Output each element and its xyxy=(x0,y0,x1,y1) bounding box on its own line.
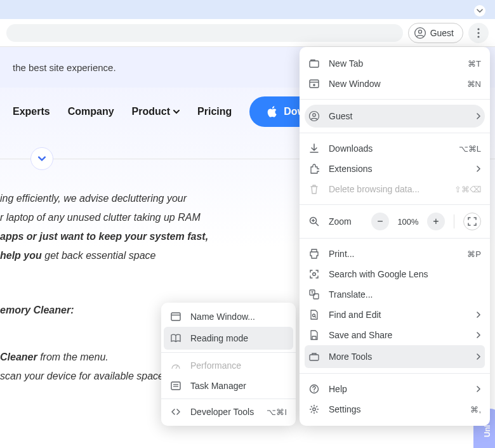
menu-item-label: Save and Share xyxy=(329,330,467,340)
zoom-out-button[interactable]: − xyxy=(371,213,389,230)
tab-icon xyxy=(308,59,320,68)
menu-item-new-tab[interactable]: New Tab ⌘T xyxy=(300,53,490,74)
menu-item-shortcut: ⌘P xyxy=(467,249,481,259)
chevron-down-icon xyxy=(38,155,46,162)
document-search-icon xyxy=(308,310,320,320)
zoom-divider xyxy=(454,214,454,228)
menu-item-label: Help xyxy=(329,384,467,394)
menu-item-print[interactable]: Print... ⌘P xyxy=(300,244,490,264)
book-icon xyxy=(170,334,182,343)
apple-icon xyxy=(267,106,277,117)
guest-avatar-icon xyxy=(414,27,426,39)
svg-point-2 xyxy=(477,28,479,30)
menu-item-label: Extensions xyxy=(329,164,467,174)
browser-main-menu: New Tab ⌘T New Window ⌘N Guest Downloads… xyxy=(300,47,490,426)
browser-toolbar: Guest xyxy=(0,19,495,47)
menu-item-guest[interactable]: Guest xyxy=(305,105,485,128)
menu-item-label: More Tools xyxy=(329,352,467,362)
svg-point-4 xyxy=(477,36,479,37)
menu-separator xyxy=(300,373,490,374)
article-fragment: help you xyxy=(0,250,42,261)
guest-icon xyxy=(308,110,320,122)
zoom-icon xyxy=(308,216,320,227)
svg-point-1 xyxy=(418,30,421,33)
menu-item-label: Task Manager xyxy=(190,381,287,391)
gear-icon xyxy=(308,404,320,414)
profile-label: Guest xyxy=(430,28,454,38)
article-fragment: Cleaner xyxy=(0,352,37,362)
briefcase-icon xyxy=(308,352,320,361)
chevron-down-icon xyxy=(173,109,180,115)
svg-rect-25 xyxy=(314,294,319,299)
menu-item-label: Search with Google Lens xyxy=(329,269,481,279)
svg-line-20 xyxy=(316,223,319,226)
svg-rect-28 xyxy=(310,355,319,360)
menu-item-settings[interactable]: Settings ⌘, xyxy=(300,399,490,419)
menu-item-label: Settings xyxy=(329,404,461,414)
expand-section-button[interactable] xyxy=(30,147,53,170)
menu-item-label: New Tab xyxy=(329,58,459,69)
svg-point-26 xyxy=(313,314,315,317)
chevron-down-icon xyxy=(477,8,483,14)
kebab-icon xyxy=(477,28,480,38)
menu-item-reading-mode[interactable]: Reading mode xyxy=(164,327,293,350)
menu-item-translate[interactable]: Translate... xyxy=(300,284,490,305)
svg-point-31 xyxy=(313,408,315,411)
address-bar[interactable] xyxy=(6,24,403,42)
download-icon xyxy=(308,143,320,154)
help-icon xyxy=(308,384,320,394)
svg-point-3 xyxy=(477,32,479,34)
svg-rect-5 xyxy=(171,313,180,320)
profile-guest-button[interactable]: Guest xyxy=(408,23,463,43)
trash-icon xyxy=(308,184,320,194)
browser-menu-button[interactable] xyxy=(468,23,489,43)
menu-item-label: New Window xyxy=(329,79,458,89)
nav-link-product[interactable]: Product xyxy=(132,106,180,117)
nav-link-label: Product xyxy=(132,106,170,117)
svg-rect-12 xyxy=(310,61,319,67)
chevron-right-icon xyxy=(476,166,481,172)
menu-item-new-window[interactable]: New Window ⌘N xyxy=(300,74,490,94)
menu-item-shortcut: ⌥⌘L xyxy=(459,144,481,154)
menu-item-label: Delete browsing data... xyxy=(329,184,446,194)
menu-item-developer-tools[interactable]: Developer Tools ⌥⌘I xyxy=(161,402,296,422)
zoom-in-button[interactable]: + xyxy=(427,213,445,230)
article-fragment: get back essential space xyxy=(42,250,156,261)
nav-link-company[interactable]: Company xyxy=(68,106,114,117)
menu-separator xyxy=(300,204,490,205)
menu-item-google-lens[interactable]: Search with Google Lens xyxy=(300,264,490,284)
article-fragment: ing efficiently, we advise decluttering … xyxy=(0,193,187,204)
menu-item-save-share[interactable]: Save and Share xyxy=(300,325,490,345)
article-fragment: r laptop of any unused clutter taking up… xyxy=(0,212,201,223)
svg-point-18 xyxy=(313,114,316,117)
chevron-right-icon xyxy=(476,312,481,318)
menu-item-downloads[interactable]: Downloads ⌥⌘L xyxy=(300,138,490,159)
svg-point-23 xyxy=(313,273,316,276)
menu-item-delete-browsing-data: Delete browsing data... ⇧⌘⌫ xyxy=(300,179,490,199)
fullscreen-icon xyxy=(468,217,477,226)
menu-item-more-tools[interactable]: More Tools xyxy=(305,345,485,368)
code-icon xyxy=(170,407,182,416)
menu-item-extensions[interactable]: Extensions xyxy=(300,159,490,179)
menu-separator xyxy=(300,133,490,133)
menu-item-shortcut: ⌘N xyxy=(467,79,481,89)
svg-point-30 xyxy=(314,391,315,392)
nav-link-pricing[interactable]: Pricing xyxy=(197,106,232,117)
article-fragment: from the menu. xyxy=(37,352,109,362)
menu-item-find-edit[interactable]: Find and Edit xyxy=(300,305,490,325)
menu-item-name-window[interactable]: Name Window... xyxy=(161,306,296,327)
save-icon xyxy=(308,330,320,340)
fullscreen-button[interactable] xyxy=(463,213,481,230)
menu-item-label: Downloads xyxy=(329,143,450,154)
chevron-right-icon xyxy=(476,386,481,392)
menu-item-task-manager[interactable]: Task Manager xyxy=(161,376,296,396)
chevron-right-icon xyxy=(476,113,481,119)
article-fragment: scan your device for available space. xyxy=(0,371,166,381)
menu-item-help[interactable]: Help xyxy=(300,379,490,399)
banner-collapse-button[interactable] xyxy=(474,5,485,16)
nav-link-experts[interactable]: Experts xyxy=(13,106,50,117)
bookmarks-bar-strip xyxy=(0,0,495,19)
svg-line-27 xyxy=(315,317,316,318)
svg-line-8 xyxy=(176,366,178,369)
menu-item-label: Reading mode xyxy=(190,333,287,343)
